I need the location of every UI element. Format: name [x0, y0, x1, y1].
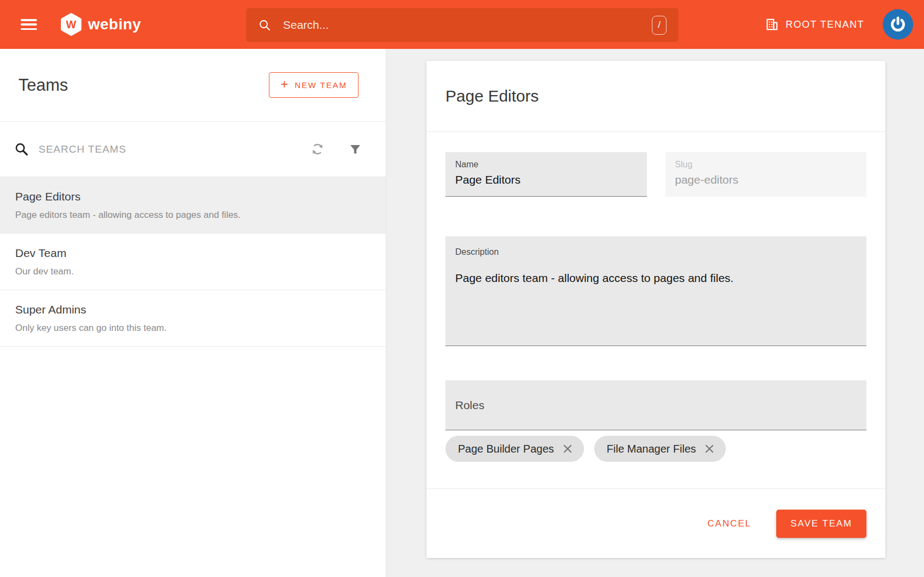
remove-role-button[interactable] [704, 443, 715, 454]
team-list-item-page-editors[interactable]: Page Editors Page editors team - allowin… [0, 177, 386, 234]
team-details-title: Page Editors [426, 61, 885, 132]
name-field-label: Name [455, 160, 637, 170]
search-placeholder: Search... [283, 18, 329, 32]
logo-text: webiny [88, 16, 141, 33]
svg-text:W: W [66, 18, 77, 30]
team-name: Page Editors [15, 190, 370, 203]
roles-chips: Page Builder Pages File Manager Files [445, 436, 866, 462]
tenant-label: ROOT TENANT [785, 19, 864, 30]
webiny-hexagon-icon: W [60, 13, 83, 36]
search-shortcut-key: / [652, 16, 667, 35]
webiny-logo[interactable]: W webiny [60, 13, 141, 36]
roles-field[interactable]: Roles [445, 380, 866, 430]
roles-field-label: Roles [455, 399, 485, 412]
name-field[interactable]: Name Page Editors [445, 152, 647, 197]
page-title: Teams [18, 76, 68, 95]
slug-field: Slug page-editors [665, 152, 867, 197]
cancel-button[interactable]: CANCEL [704, 513, 755, 535]
team-name: Dev Team [15, 247, 370, 260]
slug-field-label: Slug [675, 160, 857, 170]
building-icon [765, 17, 779, 32]
refresh-button[interactable] [310, 142, 325, 156]
slug-field-value: page-editors [675, 173, 857, 186]
remove-role-button[interactable] [562, 443, 573, 454]
name-field-value: Page Editors [455, 173, 637, 186]
close-icon [562, 443, 573, 454]
teams-panel-header: Teams + NEW TEAM [0, 49, 386, 122]
refresh-icon [310, 142, 325, 156]
team-description: Page editors team - allowing access to p… [15, 210, 370, 221]
description-field-label: Description [455, 247, 857, 257]
teams-list-panel: Teams + NEW TEAM SEARCH TEAMS [0, 49, 386, 577]
role-chip-file-manager-files[interactable]: File Manager Files [594, 436, 726, 462]
menu-icon[interactable] [21, 19, 37, 30]
team-description: Only key users can go into this team. [15, 323, 370, 334]
team-form: Name Page Editors Slug page-editors Desc… [426, 132, 885, 488]
search-icon [258, 18, 271, 32]
filter-button[interactable] [349, 143, 362, 156]
global-search-input[interactable]: Search... / [246, 8, 678, 42]
team-list-item-dev-team[interactable]: Dev Team Our dev team. [0, 234, 386, 290]
chip-label: Page Builder Pages [458, 443, 554, 455]
team-list-item-super-admins[interactable]: Super Admins Only key users can go into … [0, 290, 386, 347]
team-details-card: Page Editors Name Page Editors Slug page… [426, 61, 885, 558]
chip-label: File Manager Files [607, 443, 696, 455]
team-details-area: Page Editors Name Page Editors Slug page… [386, 49, 924, 577]
role-chip-page-builder-pages[interactable]: Page Builder Pages [445, 436, 584, 462]
description-field-value: Page editors team - allowing access to p… [455, 272, 857, 285]
team-description: Our dev team. [15, 266, 370, 277]
top-app-bar: W webiny Search... / ROOT TENANT [0, 0, 924, 49]
power-avatar-icon [889, 15, 907, 34]
team-list: Page Editors Page editors team - allowin… [0, 177, 386, 347]
search-icon [14, 142, 29, 156]
plus-icon: + [280, 78, 288, 91]
filter-icon [349, 143, 362, 156]
topbar-right-group: ROOT TENANT [765, 9, 913, 40]
new-team-button-label: NEW TEAM [294, 80, 347, 90]
description-field[interactable]: Description Page editors team - allowing… [445, 236, 866, 346]
team-name: Super Admins [15, 303, 370, 316]
page-body: Teams + NEW TEAM SEARCH TEAMS [0, 49, 924, 577]
teams-search-input[interactable]: SEARCH TEAMS [39, 143, 310, 155]
user-avatar[interactable] [883, 9, 913, 40]
teams-search-row: SEARCH TEAMS [0, 122, 386, 177]
tenant-selector[interactable]: ROOT TENANT [765, 17, 864, 32]
form-footer: CANCEL SAVE TEAM [426, 488, 885, 558]
new-team-button[interactable]: + NEW TEAM [269, 72, 359, 98]
save-team-button[interactable]: SAVE TEAM [776, 510, 866, 538]
close-icon [704, 443, 715, 454]
